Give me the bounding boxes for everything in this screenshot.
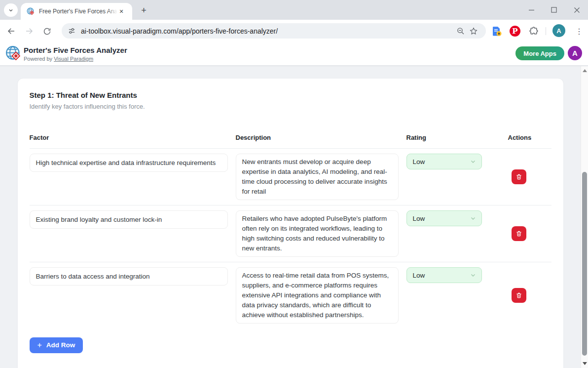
table-header-row: Factor Description Rating Actions [30,134,551,149]
extension-downloader-button[interactable] [490,24,504,38]
browser-tab[interactable]: Free Porter's Five Forces Analyz ✕ [21,3,132,20]
step-title: Step 1: Threat of New Entrants [30,91,551,99]
reload-icon [43,27,51,36]
tab-close-icon[interactable]: ✕ [117,7,126,16]
minimize-icon [528,7,535,13]
pinterest-extension-button[interactable]: P [508,24,522,38]
table-row: Barriers to data access and integration … [30,262,551,328]
powered-by-prefix: Powered by [24,56,52,62]
window-controls [520,0,588,20]
scroll-down-arrow-icon[interactable] [581,360,588,367]
browser-menu-button[interactable]: ⋮ [572,24,586,38]
back-button[interactable] [4,24,18,38]
factor-input[interactable]: Barriers to data access and integration [30,267,228,286]
forward-arrow-icon [25,27,34,36]
tab-title: Free Porter's Five Forces Analyz [39,8,117,15]
description-input[interactable]: Retailers who have adopted PulseByte's p… [236,210,399,257]
zoom-minus-icon [456,27,465,36]
browser-profile-avatar[interactable]: A [552,24,565,37]
tab-strip: Free Porter's Five Forces Analyz ✕ + [0,0,588,20]
user-avatar[interactable]: A [568,46,582,60]
close-button[interactable] [565,0,588,20]
bookmark-star-button[interactable] [467,25,480,38]
browser-window: Free Porter's Five Forces Analyz ✕ + ai-… [0,0,588,368]
maximize-button[interactable] [543,0,565,20]
forward-button[interactable] [22,24,36,38]
table-row: High technical expertise and data infras… [30,149,551,205]
add-row-label: Add Row [46,341,75,349]
new-tab-button[interactable]: + [139,5,149,15]
pinterest-icon: P [510,26,520,37]
rating-value: Low [413,158,425,165]
triangle-down-icon [583,362,587,365]
browser-toolbar: ai-toolbox.visual-paradigm.com/app/porte… [0,20,588,42]
site-settings-icon[interactable] [68,27,76,35]
rating-value: Low [413,272,425,279]
chevron-down-icon [470,272,477,279]
powered-by-link[interactable]: Visual Paradigm [54,56,93,62]
factors-table: Factor Description Rating Actions High t… [30,134,551,328]
trash-icon [515,292,522,299]
app-header: Porter's Five Forces Analyzer Powered by… [0,42,588,66]
tab-search-button[interactable] [4,3,18,17]
document-download-icon [491,26,502,37]
visual-paradigm-logo [5,45,22,62]
extensions-button[interactable] [527,24,541,38]
column-header-rating: Rating [406,134,508,141]
chevron-down-icon [470,158,477,165]
reload-button[interactable] [40,24,54,38]
column-header-actions: Actions [508,134,551,141]
plus-icon: + [37,342,42,349]
page-title: Porter's Five Forces Analyzer [24,46,127,54]
minimize-button[interactable] [520,0,543,20]
add-row-button[interactable]: + Add Row [30,337,83,353]
rating-select[interactable]: Low [406,267,482,283]
vertical-scrollbar[interactable] [581,66,588,368]
maximize-icon [551,7,557,13]
page-content: Step 1: Threat of New Entrants Identify … [0,66,581,368]
table-row: Existing brand loyalty and customer lock… [30,205,551,262]
trash-icon [515,173,522,180]
scrollbar-thumb[interactable] [582,172,587,356]
url-bar[interactable]: ai-toolbox.visual-paradigm.com/app/porte… [62,23,486,39]
delete-row-button[interactable] [512,226,526,241]
zoom-out-button[interactable] [454,25,467,38]
puzzle-icon [529,26,539,36]
delete-row-button[interactable] [512,288,526,303]
description-input[interactable]: New entrants must develop or acquire dee… [236,154,399,200]
back-arrow-icon [7,27,16,36]
step-subtitle: Identify key factors influencing this fo… [30,103,551,110]
rating-value: Low [413,215,425,222]
toolbar-separator [546,27,546,35]
step-card: Step 1: Threat of New Entrants Identify … [17,78,564,368]
column-header-description: Description [236,134,406,141]
rating-select[interactable]: Low [406,210,482,226]
chevron-down-icon [470,215,477,222]
description-input[interactable]: Access to real-time retail data from POS… [236,267,399,324]
chevron-down-icon [8,7,14,13]
column-header-factor: Factor [30,134,236,141]
star-icon [469,27,478,36]
more-apps-button[interactable]: More Apps [515,46,564,60]
url-text[interactable]: ai-toolbox.visual-paradigm.com/app/porte… [81,27,454,35]
factor-input[interactable]: High technical expertise and data infras… [30,154,228,172]
close-icon [574,7,580,13]
powered-by: Powered by Visual Paradigm [24,56,93,62]
factor-input[interactable]: Existing brand loyalty and customer lock… [30,210,228,229]
visual-paradigm-favicon [27,7,35,16]
scroll-up-arrow-icon[interactable] [581,67,588,74]
triangle-up-icon [583,69,587,72]
trash-icon [515,230,522,237]
tab-title-fade [107,5,117,18]
rating-select[interactable]: Low [406,154,482,169]
delete-row-button[interactable] [512,169,526,184]
